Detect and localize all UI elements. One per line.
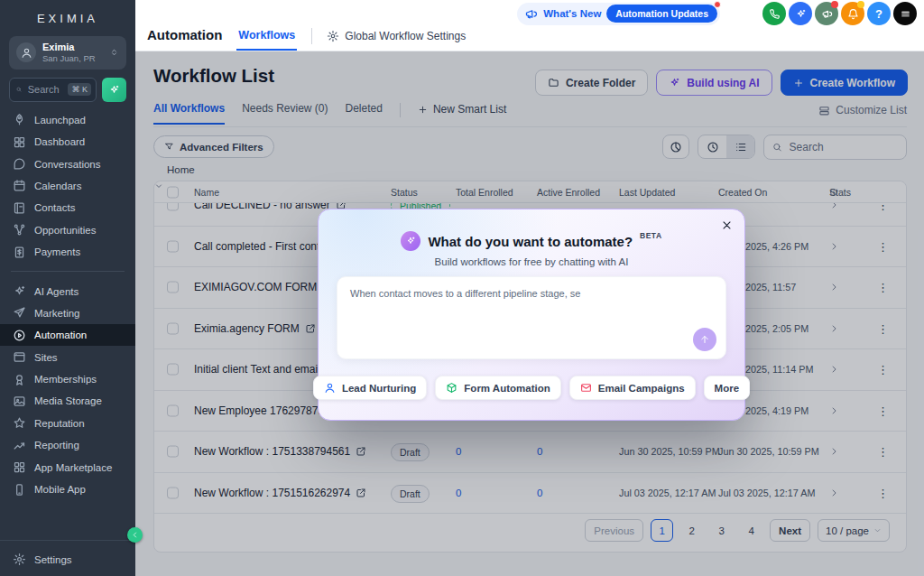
automation-updates-badge[interactable]: Automation Updates bbox=[606, 5, 717, 23]
chip-label: Lead Nurturing bbox=[342, 383, 416, 394]
notifications-button[interactable] bbox=[841, 2, 864, 25]
chevron-updown-icon bbox=[109, 46, 119, 59]
sidebar-item-label: Payments bbox=[34, 246, 80, 257]
brand-logo: EXIMIA bbox=[0, 12, 135, 25]
sidebar-item-mobile-app[interactable]: Mobile App bbox=[0, 478, 135, 500]
announcements-button[interactable] bbox=[815, 2, 838, 25]
settings-icon bbox=[13, 553, 26, 566]
sidebar-item-payments[interactable]: Payments bbox=[0, 241, 135, 263]
question-mark-icon: ? bbox=[875, 7, 882, 21]
person-icon bbox=[324, 382, 336, 394]
phone-button[interactable] bbox=[762, 2, 786, 25]
sidebar-item-opportunities[interactable]: Opportunities bbox=[0, 219, 135, 241]
sidebar-collapse-button[interactable] bbox=[127, 527, 143, 543]
payments-icon bbox=[13, 246, 26, 259]
global-workflow-settings-link[interactable]: Global Workflow Settings bbox=[327, 30, 466, 51]
page-section-title: Automation bbox=[147, 27, 222, 51]
dashboard-icon bbox=[13, 135, 26, 149]
suggestion-chip[interactable]: Form Automation bbox=[435, 376, 560, 400]
suggestion-chip[interactable]: Email Campaigns bbox=[569, 376, 696, 400]
notification-dot bbox=[831, 1, 838, 8]
sidebar-item-label: Memberships bbox=[34, 374, 97, 385]
tab-workflows[interactable]: Workflows bbox=[236, 29, 297, 51]
help-button[interactable]: ? bbox=[867, 2, 891, 25]
sidebar-item-label: Sites bbox=[34, 352, 58, 363]
sidebar-item-label: Automation bbox=[34, 330, 87, 340]
automation-prompt-input[interactable] bbox=[337, 277, 725, 358]
whats-new-icon bbox=[524, 7, 538, 21]
suggestion-chips: Lead NurturingForm AutomationEmail Campa… bbox=[319, 376, 744, 400]
account-location: San Juan, PR bbox=[42, 53, 96, 63]
sidebar-item-reporting[interactable]: Reporting bbox=[0, 434, 135, 456]
sidebar-item-app-marketplace[interactable]: App Marketplace bbox=[0, 456, 135, 478]
sidebar-item-sites[interactable]: Sites bbox=[0, 346, 135, 367]
spark-icon bbox=[13, 284, 26, 298]
sidebar-item-label: Conversations bbox=[34, 159, 101, 170]
shortcut-badge: ⌘ K bbox=[68, 83, 91, 96]
topbar: Automation Workflows Global Workflow Set… bbox=[135, 0, 924, 51]
sidebar-item-label: Settings bbox=[34, 554, 72, 565]
sidebar-item-ai-agents[interactable]: AI Agents bbox=[0, 280, 135, 302]
bell-icon bbox=[847, 8, 859, 20]
suggestion-chip[interactable]: Lead Nurturing bbox=[313, 376, 427, 400]
global-workflow-settings-label: Global Workflow Settings bbox=[345, 30, 466, 42]
sidebar-item-reputation[interactable]: Reputation bbox=[0, 413, 135, 434]
opportunities-icon bbox=[13, 223, 26, 237]
sidebar-item-settings[interactable]: Settings bbox=[0, 549, 135, 571]
ai-assistant-button[interactable] bbox=[102, 78, 126, 102]
sidebar-item-launchpad[interactable]: Launchpad bbox=[0, 109, 135, 131]
sidebar-item-label: AI Agents bbox=[34, 286, 79, 297]
sidebar-nav-primary: Launchpad Dashboard Conversations Calend… bbox=[0, 109, 135, 264]
close-icon[interactable] bbox=[721, 219, 733, 231]
phone-icon bbox=[769, 8, 781, 20]
main-area: Automation Workflows Global Workflow Set… bbox=[135, 0, 924, 576]
sidebar-item-contacts[interactable]: Contacts bbox=[0, 197, 135, 218]
sidebar-settings-section: Settings bbox=[0, 540, 135, 571]
ai-academy-button[interactable] bbox=[789, 2, 812, 25]
launchpad-icon bbox=[13, 113, 26, 126]
avatar bbox=[16, 42, 36, 62]
chip-label: More bbox=[715, 383, 739, 394]
sidebar-item-calendars[interactable]: Calendars bbox=[0, 175, 135, 197]
automate-modal: What do you want to automate? BETA Build… bbox=[318, 209, 745, 421]
sidebar-item-media-storage[interactable]: Media Storage bbox=[0, 390, 135, 412]
sidebar-item-label: Mobile App bbox=[34, 484, 86, 495]
media-icon bbox=[13, 395, 26, 408]
sparkle-icon bbox=[795, 8, 807, 20]
chevron-left-icon bbox=[131, 531, 139, 539]
sidebar-item-label: Calendars bbox=[34, 181, 81, 191]
automation-icon bbox=[13, 329, 26, 342]
sidebar-search-input[interactable] bbox=[26, 83, 64, 96]
sidebar-item-label: Marketing bbox=[34, 308, 80, 319]
memberships-icon bbox=[13, 373, 26, 386]
sidebar-item-automation[interactable]: Automation bbox=[0, 324, 135, 346]
sidebar: EXIMIA Eximia San Juan, PR ⌘ K Launchpad… bbox=[0, 0, 135, 576]
sidebar-item-dashboard[interactable]: Dashboard bbox=[0, 131, 135, 153]
whats-new-label: What's New bbox=[543, 8, 601, 19]
divider bbox=[311, 28, 312, 44]
sidebar-item-marketing[interactable]: Marketing bbox=[0, 302, 135, 324]
profile-menu-button[interactable] bbox=[893, 2, 917, 25]
reporting-icon bbox=[13, 439, 26, 452]
sidebar-item-label: App Marketplace bbox=[34, 462, 112, 473]
suggestion-chip[interactable]: More bbox=[704, 376, 750, 400]
whats-new-pill[interactable]: What's New Automation Updates bbox=[517, 3, 720, 25]
conversations-icon bbox=[13, 157, 26, 171]
sidebar-item-label: Dashboard bbox=[34, 136, 85, 147]
content-area: Workflow List Create Folder Build using … bbox=[135, 51, 924, 576]
app-window: EXIMIA Eximia San Juan, PR ⌘ K Launchpad… bbox=[0, 0, 924, 576]
notification-dot bbox=[857, 1, 864, 8]
megaphone-icon bbox=[821, 8, 833, 20]
calendar-icon bbox=[13, 179, 26, 192]
envelope-icon bbox=[580, 382, 592, 394]
sidebar-item-label: Reporting bbox=[34, 440, 79, 451]
modal-subtitle: Build workflows for free by chatting wit… bbox=[319, 256, 744, 267]
sidebar-search[interactable]: ⌘ K bbox=[9, 78, 97, 102]
send-button[interactable] bbox=[693, 328, 716, 351]
sidebar-item-memberships[interactable]: Memberships bbox=[0, 368, 135, 390]
spark-icon bbox=[108, 84, 120, 96]
chip-label: Form Automation bbox=[464, 383, 550, 394]
marketplace-icon bbox=[13, 460, 26, 474]
account-switcher[interactable]: Eximia San Juan, PR bbox=[9, 36, 126, 70]
sidebar-item-conversations[interactable]: Conversations bbox=[0, 153, 135, 174]
